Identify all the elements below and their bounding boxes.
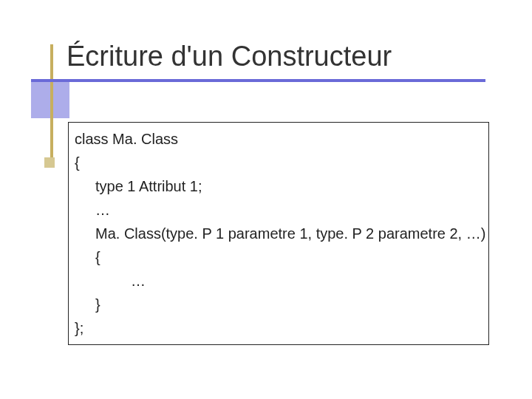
- code-line: class Ma. Class: [75, 127, 482, 151]
- code-line: {: [75, 245, 482, 269]
- code-line: {: [75, 151, 482, 174]
- code-line: …: [75, 198, 482, 222]
- code-box: class Ma. Class { type 1 Attribut 1; … M…: [68, 122, 489, 345]
- decor-bullet-square: [44, 157, 55, 168]
- title-underline: [31, 79, 485, 82]
- slide-title: Écriture d'un Constructeur: [66, 41, 502, 78]
- code-line: Ma. Class(type. P 1 parametre 1, type. P…: [75, 222, 482, 245]
- slide: Écriture d'un Constructeur class Ma. Cla…: [0, 0, 532, 399]
- decor-vertical-line: [50, 44, 53, 163]
- code-line: …: [75, 269, 482, 293]
- code-line: };: [75, 316, 482, 340]
- code-line: }: [75, 293, 482, 316]
- code-line: type 1 Attribut 1;: [75, 174, 482, 198]
